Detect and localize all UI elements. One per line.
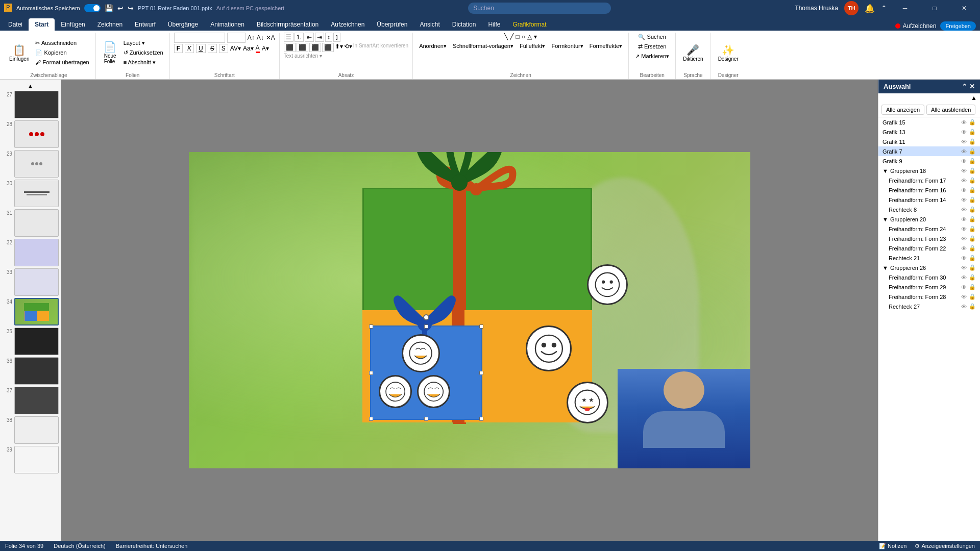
slide-panel-scroll-up[interactable]: ▲ <box>2 82 59 91</box>
search-input[interactable] <box>468 3 611 14</box>
slide-canvas[interactable]: ★ ★ <box>189 152 750 468</box>
slide-thumb-27[interactable]: 27 <box>2 91 59 118</box>
copy-button[interactable]: 📄 Kopieren <box>33 48 91 57</box>
tab-grafikformat[interactable]: Grafikformat <box>506 18 552 31</box>
tab-dictation[interactable]: Dictation <box>446 18 482 31</box>
lock-icon-rechteck21[interactable]: 🔒 <box>969 255 976 261</box>
bell-icon[interactable]: 🔔 <box>865 4 875 13</box>
expand-icon[interactable]: ⌃ <box>962 83 967 90</box>
shape-2[interactable]: ╱ <box>509 33 514 41</box>
tree-item-freihand22[interactable]: Freihandform: Form 22 👁 🔒 <box>878 243 980 253</box>
suchen-btn[interactable]: 🔍 Suchen <box>636 33 668 41</box>
tree-item-rechteck21[interactable]: Rechteck 21 👁 🔒 <box>878 253 980 263</box>
slide-thumb-35[interactable]: 35 <box>2 328 59 355</box>
tree-item-gruppieren20[interactable]: ▼ Gruppieren 20 👁 🔒 <box>878 214 980 224</box>
view-settings-btn[interactable]: ⚙Anzeigeeinstellungen <box>915 543 975 549</box>
tree-item-freihand29[interactable]: Freihandform: Form 29 👁 🔒 <box>878 282 980 292</box>
align-left-btn[interactable]: ⬛ <box>284 43 296 52</box>
strikethrough-btn[interactable]: S <box>208 44 217 53</box>
save-icon[interactable]: 💾 <box>105 4 113 12</box>
panel-close-icon[interactable]: ✕ <box>969 83 975 90</box>
tab-animationen[interactable]: Animationen <box>204 18 251 31</box>
visibility-icon-freihand16[interactable]: 👁 <box>961 187 967 193</box>
slide-thumb-29[interactable]: 29 <box>2 150 59 178</box>
direction-btn[interactable]: ⟲▾ <box>344 43 352 52</box>
new-slide-button[interactable]: 📄 NeueFolie <box>100 40 120 65</box>
tab-hilfe[interactable]: Hilfe <box>482 18 506 31</box>
shape-1[interactable]: ╲ <box>504 33 508 41</box>
lock-icon-grafik11[interactable]: 🔒 <box>969 138 976 145</box>
slide-thumb-30[interactable]: 30 <box>2 180 59 207</box>
visibility-icon-grafik15[interactable]: 👁 <box>961 119 967 126</box>
lock-icon-freihand24[interactable]: 🔒 <box>969 226 976 232</box>
slide-thumb-39[interactable]: 39 <box>2 446 59 473</box>
autosave-toggle[interactable] <box>84 4 101 12</box>
close-button[interactable]: ✕ <box>952 0 976 16</box>
slide-img-32[interactable] <box>14 239 59 266</box>
visibility-icon-rechteck8[interactable]: 👁 <box>961 207 967 213</box>
maximize-button[interactable]: □ <box>923 0 946 16</box>
slide-panel[interactable]: ▲ 27 28 29 <box>0 80 61 541</box>
font-name-input[interactable] <box>174 33 225 43</box>
tab-aufzeichnen[interactable]: Aufzeichnen <box>325 18 371 31</box>
font-size-input[interactable] <box>227 33 246 43</box>
paste-button[interactable]: 📋 Einfügen <box>6 43 32 63</box>
slide-thumb-31[interactable]: 31 <box>2 209 59 237</box>
slide-thumb-36[interactable]: 36 <box>2 357 59 385</box>
lock-icon-gruppieren20[interactable]: 🔒 <box>969 216 976 222</box>
cut-button[interactable]: ✂ Ausschneiden <box>33 39 91 47</box>
notes-btn[interactable]: 📝Notizen <box>879 543 906 549</box>
lock-icon-freihand17[interactable]: 🔒 <box>969 177 976 184</box>
valign-btn[interactable]: ⬆▾ <box>335 43 343 52</box>
format-transfer-button[interactable]: 🖌 Format übertragen <box>33 58 91 66</box>
lock-icon-freihand16[interactable]: 🔒 <box>969 187 976 193</box>
slide-img-33[interactable] <box>14 268 59 296</box>
slide-img-34[interactable] <box>14 298 59 325</box>
visibility-icon-grafik11[interactable]: 👁 <box>961 139 967 145</box>
slide-img-27[interactable] <box>14 91 59 118</box>
visibility-icon-rechteck21[interactable]: 👁 <box>961 255 967 261</box>
slide-img-39[interactable] <box>14 446 59 473</box>
slide-img-31[interactable] <box>14 209 59 237</box>
tree-item-grafik13[interactable]: Grafik 13 👁 🔒 <box>878 127 980 137</box>
show-all-button[interactable]: Alle anzeigen <box>881 105 924 115</box>
effekt-btn[interactable]: Formeffekte▾ <box>587 42 625 51</box>
visibility-icon-freihand28[interactable]: 👁 <box>961 294 967 300</box>
italic-btn[interactable]: K <box>185 44 194 53</box>
section-button[interactable]: ≡ Abschnitt ▾ <box>121 58 165 67</box>
fontcolor-btn[interactable]: A <box>256 44 260 53</box>
visibility-icon-freihand17[interactable]: 👁 <box>961 178 967 184</box>
visibility-icon-freihand24[interactable]: 👁 <box>961 226 967 232</box>
undo-icon[interactable]: ↩ <box>117 4 124 12</box>
tree-item-rechteck27[interactable]: Rechteck 27 👁 🔒 <box>878 302 980 311</box>
tree-item-freihand28[interactable]: Freihandform: Form 28 👁 🔒 <box>878 292 980 302</box>
tab-ansicht[interactable]: Ansicht <box>413 18 446 31</box>
reset-button[interactable]: ↺ Zurücksetzen <box>121 48 165 57</box>
tree-item-freihand17[interactable]: Freihandform: Form 17 👁 🔒 <box>878 176 980 185</box>
visibility-icon-freihand23[interactable]: 👁 <box>961 236 967 242</box>
tree-item-freihand24[interactable]: Freihandform: Form 24 👁 🔒 <box>878 224 980 234</box>
visibility-icon-rechteck27[interactable]: 👁 <box>961 304 967 310</box>
outdent-btn[interactable]: ⇤ <box>305 33 314 42</box>
lock-icon-freihand29[interactable]: 🔒 <box>969 284 976 290</box>
anordnen-btn[interactable]: Anordnen▾ <box>417 42 449 51</box>
redo-icon[interactable]: ↪ <box>128 4 134 12</box>
slide-thumb-37[interactable]: 37 <box>2 387 59 414</box>
markieren-btn[interactable]: ↗ Markieren▾ <box>633 52 671 61</box>
tab-start[interactable]: Start <box>29 18 55 31</box>
highlight-btn[interactable]: A▾ <box>262 45 269 52</box>
visibility-icon-freihand22[interactable]: 👁 <box>961 245 967 252</box>
tree-item-freihand23[interactable]: Freihandform: Form 23 👁 🔒 <box>878 234 980 243</box>
shape-4[interactable]: ○ <box>521 33 526 41</box>
visibility-icon-grafik7[interactable]: 👁 <box>961 148 967 155</box>
underline-btn[interactable]: U <box>196 44 206 53</box>
visibility-icon-freihand30[interactable]: 👁 <box>961 274 967 281</box>
tree-item-freihand16[interactable]: Freihandform: Form 16 👁 🔒 <box>878 185 980 195</box>
tree-item-freihand30[interactable]: Freihandform: Form 30 👁 🔒 <box>878 272 980 282</box>
align-right-btn[interactable]: ⬛ <box>309 43 321 52</box>
slide-img-29[interactable] <box>14 150 59 178</box>
visibility-icon-freihand29[interactable]: 👁 <box>961 284 967 290</box>
lock-icon-gruppieren26[interactable]: 🔒 <box>969 264 976 271</box>
visibility-icon-gruppieren18[interactable]: 👁 <box>961 168 967 174</box>
slide-thumb-33[interactable]: 33 <box>2 268 59 296</box>
